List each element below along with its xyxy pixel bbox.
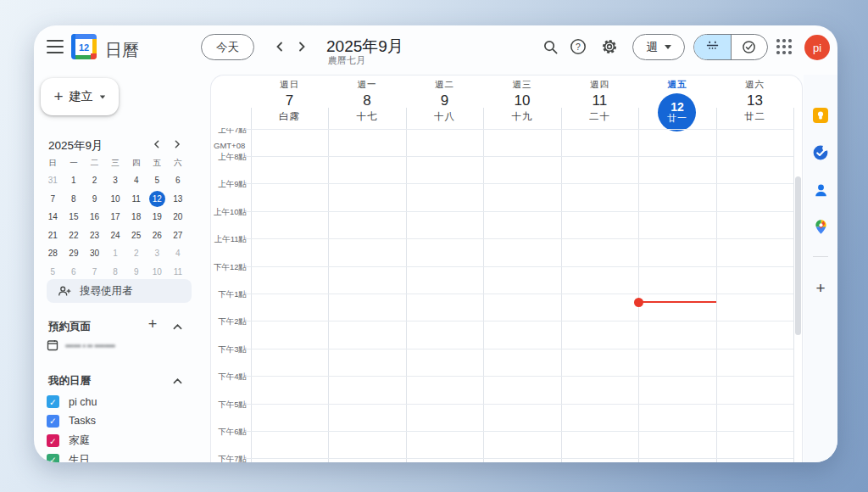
mini-calendar-day[interactable]: 2	[84, 171, 105, 190]
mini-calendar-weekday: 五	[147, 158, 168, 169]
mini-calendar-day[interactable]: 17	[105, 208, 126, 226]
mini-calendar-day[interactable]: 1	[105, 244, 126, 263]
mini-calendar-day[interactable]: 28	[42, 244, 64, 263]
calendar-label: Tasks	[69, 415, 96, 427]
mini-calendar-day[interactable]: 18	[125, 208, 147, 226]
contacts-icon[interactable]	[812, 182, 829, 198]
next-week-icon[interactable]	[294, 39, 309, 54]
mini-calendar-day[interactable]: 3	[147, 244, 168, 263]
day-header[interactable]: 週六13廿二	[716, 75, 794, 128]
mini-calendar-day[interactable]: 23	[84, 226, 105, 245]
app-title: 日曆	[105, 39, 139, 62]
mini-calendar-day[interactable]: 31	[42, 171, 64, 190]
today-button[interactable]: 今天	[201, 34, 254, 60]
calendar-checkbox[interactable]: ✓	[47, 415, 59, 428]
apps-grid-icon[interactable]	[776, 39, 793, 55]
calendar-view-toggle[interactable]	[694, 35, 731, 59]
mini-calendar-weekday: 日	[42, 158, 64, 169]
grid-column-line	[561, 128, 562, 462]
calendar-checkbox[interactable]: ✓	[47, 395, 59, 408]
mini-calendar-day[interactable]: 6	[64, 263, 85, 282]
view-selector-label: 週	[646, 40, 658, 55]
mini-calendar-day[interactable]: 13	[168, 190, 189, 209]
mini-calendar-day[interactable]: 20	[168, 208, 189, 226]
mini-calendar-next-icon[interactable]	[170, 137, 184, 151]
day-header-today[interactable]: 週五12廿一	[638, 75, 716, 128]
grid-scrollbar[interactable]	[795, 176, 801, 335]
mini-calendar-day[interactable]: 7	[84, 263, 105, 282]
mini-calendar-day[interactable]: 8	[64, 190, 85, 209]
mini-calendar-day[interactable]: 3	[105, 171, 126, 190]
mini-calendar-day[interactable]: 2	[125, 244, 147, 263]
help-icon[interactable]: ?	[570, 38, 587, 55]
calendar-list-item[interactable]: ✓生日	[47, 453, 90, 463]
mini-calendar-day[interactable]: 11	[168, 263, 189, 282]
mini-calendar-day[interactable]: 30	[84, 244, 105, 263]
calendar-list-item[interactable]: ✓家庭	[47, 433, 90, 448]
hour-grid-line	[245, 183, 793, 184]
today-date-circle[interactable]: 12廿一	[658, 93, 696, 131]
mini-calendar-day[interactable]: 11	[125, 190, 147, 209]
prev-week-icon[interactable]	[272, 39, 287, 54]
mini-calendar-day[interactable]: 4	[168, 244, 189, 263]
mini-calendar-day[interactable]: 19	[147, 208, 168, 226]
create-button[interactable]: + 建立	[41, 78, 119, 115]
gear-icon[interactable]	[601, 38, 618, 55]
day-header[interactable]: 週二9十八	[406, 75, 484, 128]
mini-calendar-day[interactable]: 14	[42, 208, 64, 226]
day-header[interactable]: 週四11二十	[561, 75, 639, 128]
mini-calendar-selected-day[interactable]: 12	[147, 190, 168, 209]
hour-label: 上午11點	[211, 234, 247, 245]
view-toggle-group	[693, 34, 768, 60]
main-menu-icon[interactable]	[47, 40, 64, 53]
mini-calendar-day[interactable]: 5	[42, 263, 64, 282]
calendar-checkbox[interactable]: ✓	[47, 434, 59, 447]
collapse-my-calendars-icon[interactable]	[170, 373, 185, 389]
mini-calendar-day[interactable]: 9	[125, 263, 147, 282]
day-header[interactable]: 週日7白露	[251, 75, 329, 128]
mini-calendar-day[interactable]: 10	[147, 263, 168, 282]
mini-calendar-day[interactable]: 6	[168, 171, 189, 190]
mini-calendar-day[interactable]: 21	[42, 226, 64, 245]
calendar-checkbox[interactable]: ✓	[47, 454, 59, 463]
calendar-list-item[interactable]: ✓pi chu	[47, 395, 97, 408]
add-appointment-icon[interactable]: +	[145, 316, 160, 332]
profile-avatar[interactable]: pi	[804, 35, 830, 60]
hour-label: 下午3點	[211, 344, 247, 355]
mini-calendar-day[interactable]: 25	[125, 226, 147, 245]
mini-calendar-day[interactable]: 10	[105, 190, 126, 209]
tasks-icon[interactable]	[812, 144, 829, 161]
week-grid-scroll-area[interactable]: 上午7點上午8點上午9點上午10點上午11點下午12點下午1點下午2點下午3點下…	[211, 128, 802, 462]
check-circle-icon	[742, 40, 756, 54]
mini-calendar-day[interactable]: 4	[125, 171, 147, 190]
mini-calendar-day[interactable]: 27	[168, 226, 189, 245]
mini-calendar-day[interactable]: 24	[105, 226, 126, 245]
mini-calendar-day[interactable]: 16	[84, 208, 105, 226]
mini-calendar-prev-icon[interactable]	[150, 137, 164, 151]
mini-calendar-day[interactable]: 29	[64, 244, 85, 263]
mini-calendar-day[interactable]: 26	[147, 226, 168, 245]
mini-calendar-day[interactable]: 15	[64, 208, 85, 226]
mini-calendar-day[interactable]: 7	[42, 190, 64, 209]
mini-calendar-day[interactable]: 22	[64, 226, 85, 245]
maps-icon[interactable]	[812, 218, 829, 235]
weekday-label: 週四	[561, 79, 639, 91]
mini-calendar-day[interactable]: 5	[147, 171, 168, 190]
appointment-schedule-item[interactable]: ▪▪▪▪▪▪ ▪ ▪▪ ▪▪▪▪▪▪▪▪	[47, 339, 115, 351]
hour-grid-line	[245, 376, 793, 377]
collapse-appointments-icon[interactable]	[170, 319, 185, 334]
calendar-list-item[interactable]: ✓Tasks	[47, 415, 96, 428]
view-selector-dropdown[interactable]: 週	[632, 34, 685, 60]
day-header[interactable]: 週三10十九	[483, 75, 561, 128]
mini-calendar-day[interactable]: 9	[84, 190, 105, 209]
search-people-button[interactable]: 搜尋使用者	[47, 279, 192, 303]
date-number: 8	[328, 92, 406, 109]
mini-calendar-day[interactable]: 1	[64, 171, 85, 190]
keep-icon[interactable]	[812, 107, 829, 124]
get-addons-icon[interactable]: +	[812, 280, 829, 297]
day-header[interactable]: 週一8十七	[328, 75, 406, 128]
hour-grid-line	[245, 266, 793, 267]
mini-calendar-day[interactable]: 8	[105, 263, 126, 282]
tasks-view-toggle[interactable]	[731, 35, 768, 59]
search-icon[interactable]	[542, 38, 559, 55]
